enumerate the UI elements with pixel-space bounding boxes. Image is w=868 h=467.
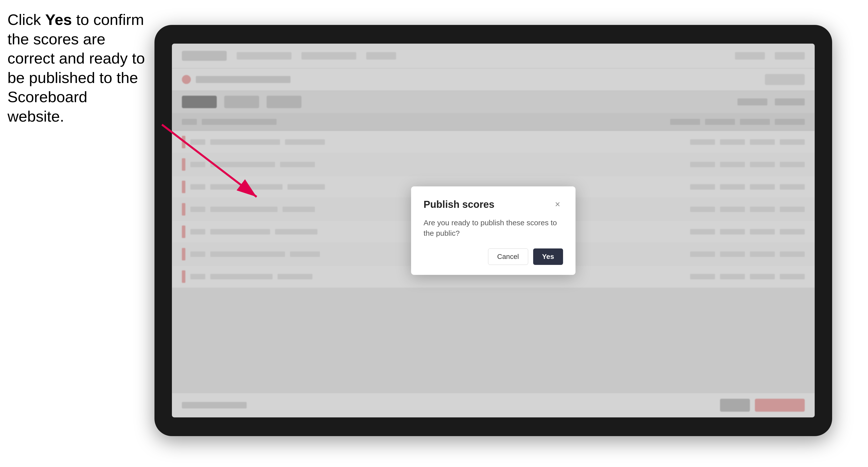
tablet-screen: Publish scores × Are you ready to publis… <box>172 43 815 417</box>
dialog-close-button[interactable]: × <box>552 199 563 210</box>
tablet-device: Publish scores × Are you ready to publis… <box>154 25 832 436</box>
dialog-overlay: Publish scores × Are you ready to publis… <box>172 43 815 417</box>
publish-scores-dialog: Publish scores × Are you ready to publis… <box>411 186 576 275</box>
dialog-body: Are you ready to publish these scores to… <box>424 218 563 239</box>
instruction-text: Click Yes to confirm the scores are corr… <box>7 10 147 126</box>
instruction-prefix: Click <box>7 11 45 28</box>
dialog-header: Publish scores × <box>424 199 563 210</box>
yes-button[interactable]: Yes <box>533 248 563 265</box>
instruction-bold: Yes <box>45 11 72 28</box>
cancel-button[interactable]: Cancel <box>488 248 528 265</box>
dialog-title: Publish scores <box>424 199 495 210</box>
dialog-footer: Cancel Yes <box>424 248 563 265</box>
